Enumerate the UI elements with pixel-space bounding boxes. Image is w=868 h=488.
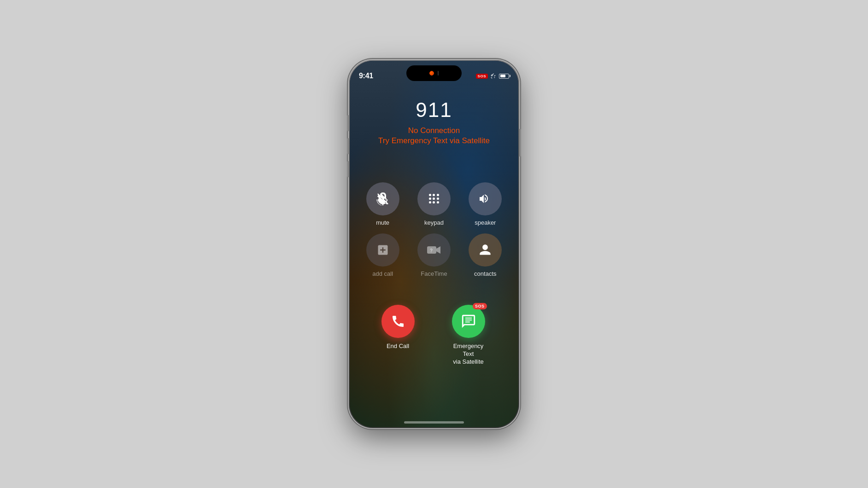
keypad-circle	[417, 182, 451, 215]
faceid-indicator	[438, 71, 439, 76]
action-buttons: End Call SOS Emergency Textvia Satellite	[350, 305, 518, 366]
controls-grid: mute keypad	[350, 182, 518, 277]
mute-circle	[366, 182, 399, 215]
end-call-circle	[381, 305, 415, 338]
status-icons: SOS	[476, 73, 509, 79]
keypad-button[interactable]: keypad	[412, 182, 456, 226]
sos-status-badge: SOS	[476, 74, 488, 79]
dynamic-island	[406, 65, 462, 81]
sos-satellite-icon	[461, 314, 476, 329]
mute-button[interactable]: mute	[361, 182, 405, 226]
sos-satellite-circle: SOS	[452, 305, 485, 338]
svg-marker-2	[436, 246, 440, 254]
facetime-icon: ?	[427, 244, 441, 256]
facetime-circle: ?	[417, 233, 451, 267]
sos-satellite-button[interactable]: SOS Emergency Textvia Satellite	[450, 305, 487, 366]
status-time: 9:41	[359, 72, 373, 80]
mute-icon	[376, 192, 389, 205]
call-number: 911	[359, 99, 509, 122]
sos-overlay-badge: SOS	[473, 303, 487, 309]
speaker-circle	[469, 182, 502, 215]
phone-screen: 9:41 SOS 911	[350, 61, 518, 427]
add-call-icon	[376, 244, 389, 256]
mute-label: mute	[376, 219, 389, 226]
screen-background: 9:41 SOS 911	[350, 61, 518, 427]
battery-icon	[499, 74, 509, 79]
contacts-button[interactable]: contacts	[463, 233, 507, 277]
svg-text:?: ?	[430, 248, 433, 253]
speaker-icon	[478, 193, 492, 205]
speaker-label: speaker	[475, 219, 496, 226]
home-indicator[interactable]	[404, 421, 464, 424]
contacts-label: contacts	[474, 270, 496, 277]
call-info: 911 No Connection Try Emergency Text via…	[350, 99, 518, 145]
battery-fill	[500, 75, 506, 77]
keypad-icon	[429, 194, 439, 204]
add-call-label: add call	[372, 270, 393, 277]
end-call-icon	[391, 314, 405, 329]
contacts-circle	[469, 233, 502, 267]
add-call-circle	[366, 233, 399, 267]
contacts-icon	[479, 244, 492, 256]
satellite-icon	[490, 73, 497, 79]
facetime-button[interactable]: ? FaceTime	[412, 233, 456, 277]
phone-device: 9:41 SOS 911	[349, 60, 519, 428]
status-bar: 9:41 SOS	[350, 61, 518, 85]
end-call-button[interactable]: End Call	[381, 305, 415, 350]
speaker-button[interactable]: speaker	[463, 182, 507, 226]
try-satellite-text: Try Emergency Text via Satellite	[359, 136, 509, 145]
camera-indicator	[429, 71, 434, 76]
no-connection-text: No Connection	[359, 125, 509, 136]
facetime-label: FaceTime	[421, 270, 447, 277]
end-call-label: End Call	[387, 343, 409, 350]
sos-satellite-label: Emergency Textvia Satellite	[450, 343, 487, 366]
add-call-button[interactable]: add call	[361, 233, 405, 277]
keypad-label: keypad	[424, 219, 444, 226]
